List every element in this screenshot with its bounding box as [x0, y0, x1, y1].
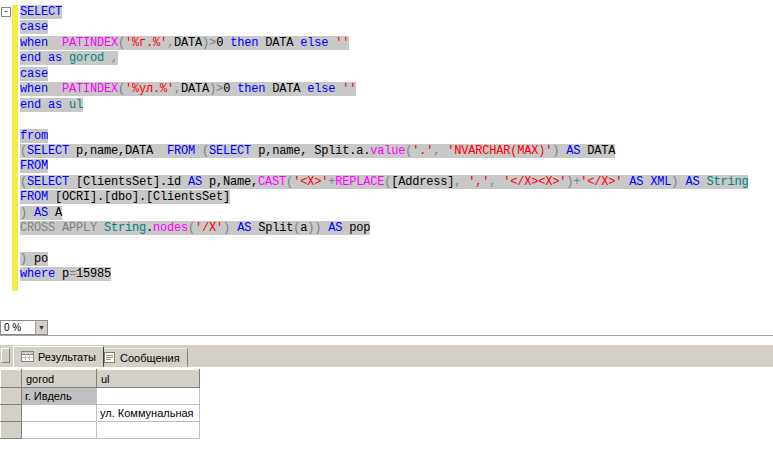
code-token: DATA [580, 144, 615, 158]
selected-text: end as gorod , [20, 51, 118, 65]
grid-cell[interactable]: г. Ивдель [22, 388, 97, 405]
sql-editor[interactable]: - SELECTcasewhen PATINDEX('%г.%',DATA)>0… [0, 0, 773, 318]
splitter-grip[interactable] [1, 348, 10, 363]
selected-text: where p=15985 [20, 267, 111, 281]
grid-corner-cell[interactable] [1, 370, 22, 388]
code-token: p [55, 267, 69, 281]
results-pane: Результаты Сообщения gorod [0, 345, 773, 457]
code-token: AS [188, 175, 202, 189]
code-line: when PATINDEX('%г.%',DATA)>0 then DATA e… [20, 36, 748, 51]
selected-text: ) po [20, 252, 48, 266]
grid-cell[interactable] [22, 422, 97, 439]
ssms-window: - SELECTcasewhen PATINDEX('%г.%',DATA)>0… [0, 0, 773, 457]
code-token: , [111, 51, 118, 65]
code-token [97, 221, 104, 235]
code-token: )+ [566, 175, 580, 189]
code-token: else [307, 82, 335, 96]
chevron-down-icon[interactable]: ▼ [35, 321, 47, 334]
code-token: SELECT [20, 5, 62, 19]
code-token: = [69, 267, 76, 281]
code-token: p,name,DATA [69, 144, 167, 158]
code-line: end as ul [20, 98, 748, 113]
code-token [48, 82, 62, 96]
grid-row-header[interactable] [1, 405, 22, 422]
code-line: when PATINDEX('%ул.%',DATA)>0 then DATA … [20, 82, 748, 97]
selected-text: SELECT [20, 5, 62, 19]
code-token: '.' [412, 144, 433, 158]
selected-text: ) AS A [20, 206, 62, 220]
grid-row-header[interactable] [1, 422, 22, 439]
code-token: ( [118, 36, 125, 50]
code-token: '' [335, 36, 349, 50]
code-line: FROM [OCRI].[dbo].[ClientsSet] [20, 190, 748, 205]
code-token: p,Name, [202, 175, 258, 189]
grid-row: ул. Коммунальная [1, 405, 200, 422]
code-token: String [104, 221, 146, 235]
selected-text: FROM [20, 159, 48, 173]
grid-cell[interactable] [97, 388, 200, 405]
zoom-value: 0 % [4, 322, 21, 333]
grid-row-header[interactable] [1, 388, 22, 405]
code-token: A [48, 206, 62, 220]
code-token: 'NVARCHAR(MAX)' [447, 144, 552, 158]
selected-text: (SELECT [ClientsSet].id AS p,Name,CAST('… [20, 175, 748, 189]
code-token: end as [20, 98, 69, 112]
grid-column-header-ul[interactable]: ul [97, 370, 200, 388]
code-token: value [370, 144, 405, 158]
code-line: end as gorod , [20, 51, 748, 66]
code-token [27, 206, 34, 220]
code-token: FROM [20, 159, 48, 173]
tab-label: Результаты [38, 351, 96, 363]
code-token: SELECT [209, 144, 251, 158]
code-token: CROSS APPLY [20, 221, 97, 235]
code-token: ) [20, 206, 27, 220]
code-token: then [230, 36, 258, 50]
code-line: case [20, 67, 748, 82]
code-token: AS [34, 206, 48, 220]
grid-cell[interactable] [97, 422, 200, 439]
results-tabbar: Результаты Сообщения [0, 345, 773, 367]
code-token: when [20, 36, 48, 50]
grid-header-row: gorod ul [1, 370, 200, 388]
tab-label: Сообщения [120, 352, 180, 364]
grid-row [1, 422, 200, 439]
code-token: ( [118, 82, 125, 96]
code-line: where p=15985 [20, 267, 748, 282]
code-token: ( [20, 144, 27, 158]
selected-text: case [20, 67, 48, 81]
code-token: String [706, 175, 748, 189]
code-token: FROM [20, 190, 48, 204]
code-line: (SELECT [ClientsSet].id AS p,Name,CAST('… [20, 175, 748, 190]
tab-messages[interactable]: Сообщения [95, 348, 188, 367]
code-fold-toggle-icon[interactable]: - [1, 7, 11, 17]
code-area[interactable]: SELECTcasewhen PATINDEX('%г.%',DATA)>0 t… [20, 5, 748, 283]
code-line: CROSS APPLY String.nodes('/X') AS Split(… [20, 221, 748, 236]
code-token: when [20, 82, 48, 96]
code-token: '</X><X>' [503, 175, 566, 189]
zoom-combo[interactable]: 0 % ▼ [0, 320, 48, 335]
code-token: . [146, 221, 153, 235]
tab-results[interactable]: Результаты [13, 346, 104, 367]
code-token: DATA [174, 36, 202, 50]
code-token: '<X>' [293, 175, 328, 189]
code-token: po [27, 252, 48, 266]
code-token: )> [202, 36, 216, 50]
code-line [20, 237, 748, 252]
code-line: ) po [20, 252, 748, 267]
code-token: REPLACE [335, 175, 384, 189]
code-token [104, 51, 111, 65]
code-token: 15985 [76, 267, 111, 281]
code-token: '%ул.%' [125, 82, 174, 96]
code-token: DATA [265, 82, 307, 96]
code-token: [OCRI].[dbo].[ClientsSet] [48, 190, 230, 204]
code-token: '' [342, 82, 356, 96]
code-token: SELECT [27, 144, 69, 158]
grid-column-header-gorod[interactable]: gorod [22, 370, 97, 388]
code-token: PATINDEX [62, 36, 118, 50]
grid-cell[interactable] [22, 405, 97, 422]
code-token: else [300, 36, 328, 50]
selected-text: when PATINDEX('%ул.%',DATA)>0 then DATA … [20, 82, 356, 96]
code-token: AS [237, 221, 251, 235]
grid-cell[interactable]: ул. Коммунальная [97, 405, 200, 422]
code-token: '/X' [195, 221, 223, 235]
